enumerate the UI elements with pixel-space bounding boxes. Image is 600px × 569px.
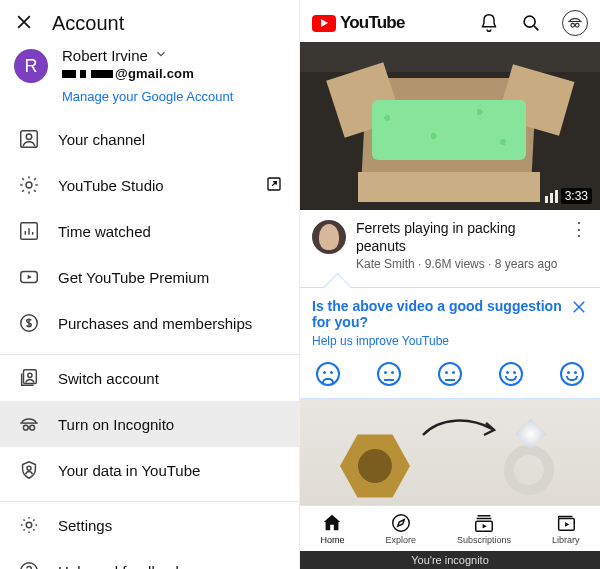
- menu-label: Settings: [58, 517, 112, 534]
- survey-subtext: Help us improve YouTube: [312, 334, 588, 348]
- help-icon: [18, 560, 40, 569]
- external-link-icon: [265, 175, 283, 196]
- nav-subscriptions[interactable]: Subscriptions: [457, 512, 511, 545]
- shield-person-icon: [18, 459, 40, 481]
- menu-switch-account[interactable]: Switch account: [0, 355, 299, 401]
- youtube-icon: [18, 266, 40, 288]
- svg-point-12: [26, 522, 32, 528]
- user-row[interactable]: R Robert Irvine @gmail.com Manage your G…: [0, 43, 299, 108]
- svg-point-9: [23, 425, 28, 430]
- equalizer-icon: [545, 190, 558, 203]
- menu-label: Purchases and memberships: [58, 315, 252, 332]
- nav-label: Subscriptions: [457, 535, 511, 545]
- video-thumbnail-2[interactable]: [300, 399, 600, 517]
- menu-time-watched[interactable]: Time watched: [0, 208, 299, 254]
- menu-label: Get YouTube Premium: [58, 269, 209, 286]
- youtube-logo[interactable]: YouTube: [312, 13, 405, 33]
- svg-point-17: [575, 23, 579, 27]
- close-icon[interactable]: [14, 12, 34, 35]
- email-suffix: @gmail.com: [115, 66, 194, 81]
- menu-settings[interactable]: Settings: [0, 502, 299, 548]
- face-happy-icon[interactable]: [499, 362, 523, 386]
- face-neutral-icon[interactable]: [438, 362, 462, 386]
- menu-your-channel[interactable]: Your channel: [0, 116, 299, 162]
- survey-faces: [312, 352, 588, 386]
- bottom-nav: Home Explore Subscriptions Library: [300, 505, 600, 551]
- face-very-happy-icon[interactable]: [560, 362, 584, 386]
- nav-label: Library: [552, 535, 580, 545]
- account-header: Account: [0, 0, 299, 43]
- settings-icon: [18, 514, 40, 536]
- youtube-wordmark: YouTube: [340, 13, 405, 33]
- menu-purchases[interactable]: Purchases and memberships: [0, 300, 299, 346]
- user-email: @gmail.com: [62, 66, 233, 81]
- svg-point-2: [26, 182, 32, 188]
- face-sad-icon[interactable]: [377, 362, 401, 386]
- svg-point-16: [571, 23, 575, 27]
- video-title: Ferrets playing in packing peanuts: [356, 220, 558, 255]
- channel-avatar[interactable]: [312, 220, 346, 254]
- svg-point-11: [27, 466, 31, 470]
- nav-library[interactable]: Library: [552, 512, 580, 545]
- svg-point-1: [26, 134, 32, 140]
- menu-label: Turn on Incognito: [58, 416, 174, 433]
- incognito-icon: [18, 413, 40, 435]
- gear-icon: [18, 174, 40, 196]
- menu-label: Time watched: [58, 223, 151, 240]
- video-subtitle: Kate Smith · 9.6M views · 8 years ago: [356, 257, 558, 271]
- nav-home[interactable]: Home: [320, 512, 344, 545]
- menu-incognito[interactable]: Turn on Incognito: [0, 401, 299, 447]
- svg-point-10: [30, 425, 35, 430]
- menu-label: Help and feedback: [58, 563, 183, 570]
- svg-point-15: [524, 16, 535, 27]
- top-bar: YouTube: [300, 0, 600, 42]
- user-name-row: Robert Irvine: [62, 47, 233, 64]
- search-icon[interactable]: [520, 12, 542, 34]
- survey-card: Is the above video a good suggestion for…: [300, 287, 600, 399]
- menu-label: Switch account: [58, 370, 159, 387]
- arrow-icon: [420, 413, 500, 443]
- user-name: Robert Irvine: [62, 47, 148, 64]
- account-avatar-incognito[interactable]: [562, 10, 588, 36]
- bell-icon[interactable]: [478, 12, 500, 34]
- nav-explore[interactable]: Explore: [385, 512, 416, 545]
- survey-question: Is the above video a good suggestion for…: [312, 298, 588, 330]
- svg-point-18: [392, 515, 409, 532]
- incognito-bar: You're incognito: [300, 551, 600, 569]
- account-title: Account: [52, 12, 124, 35]
- account-menu: Your channel YouTube Studio Time watched…: [0, 116, 299, 569]
- menu-label: Your channel: [58, 131, 145, 148]
- video-meta-1[interactable]: Ferrets playing in packing peanuts Kate …: [300, 210, 600, 277]
- menu-get-premium[interactable]: Get YouTube Premium: [0, 254, 299, 300]
- person-box-icon: [18, 128, 40, 150]
- close-icon[interactable]: [570, 298, 588, 319]
- nav-label: Home: [320, 535, 344, 545]
- dollar-icon: [18, 312, 40, 334]
- youtube-play-icon: [312, 15, 336, 32]
- more-menu-icon[interactable]: ⋮: [568, 220, 590, 271]
- avatar: R: [14, 49, 48, 83]
- switch-account-icon: [18, 367, 40, 389]
- video-duration: 3:33: [561, 188, 592, 204]
- youtube-feed: YouTube 3:33 Ferrets playing in packing …: [300, 0, 600, 569]
- menu-your-data[interactable]: Your data in YouTube: [0, 447, 299, 493]
- survey-notch: [300, 277, 600, 289]
- account-panel: Account R Robert Irvine @gmail.com Manag…: [0, 0, 300, 569]
- chevron-down-icon[interactable]: [154, 47, 168, 64]
- svg-point-8: [28, 373, 32, 377]
- menu-help[interactable]: Help and feedback: [0, 548, 299, 569]
- video-thumbnail-1[interactable]: 3:33: [300, 42, 600, 210]
- nav-label: Explore: [385, 535, 416, 545]
- menu-label: YouTube Studio: [58, 177, 164, 194]
- menu-label: Your data in YouTube: [58, 462, 200, 479]
- manage-account-link[interactable]: Manage your Google Account: [62, 89, 233, 104]
- bar-chart-icon: [18, 220, 40, 242]
- face-very-sad-icon[interactable]: [316, 362, 340, 386]
- menu-youtube-studio[interactable]: YouTube Studio: [0, 162, 299, 208]
